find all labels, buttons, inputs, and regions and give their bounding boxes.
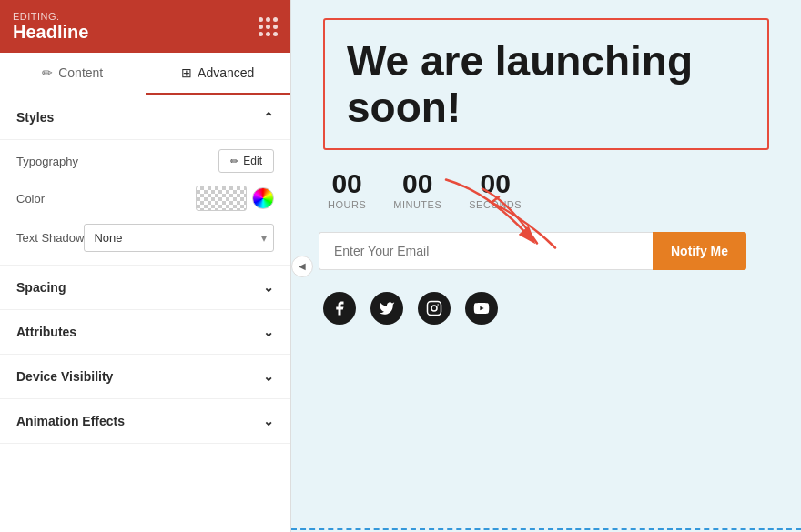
text-shadow-row: Text Shadow None bbox=[16, 224, 274, 252]
typography-label: Typography bbox=[16, 155, 78, 168]
shadow-select-wrapper: None bbox=[84, 224, 274, 252]
left-panel: EDITING: Headline ✏ Content ⊞ Advanced S… bbox=[0, 0, 291, 532]
panel-collapse-button[interactable]: ◀ bbox=[291, 256, 313, 277]
spacing-section-header[interactable]: Spacing ⌄ bbox=[0, 266, 290, 309]
tab-advanced-label: Advanced bbox=[198, 65, 254, 80]
color-label: Color bbox=[16, 192, 45, 206]
attributes-section: Attributes ⌄ bbox=[0, 310, 290, 355]
typography-row: Typography ✏ Edit bbox=[16, 149, 274, 173]
chevron-down-icon-2: ⌄ bbox=[263, 325, 274, 339]
headline-text: We are launching soon! bbox=[347, 38, 745, 130]
editing-label: EDITING: bbox=[13, 11, 88, 22]
social-icons bbox=[323, 292, 498, 325]
svg-point-3 bbox=[437, 304, 439, 306]
notify-button[interactable]: Notify Me bbox=[653, 232, 746, 270]
spacing-section: Spacing ⌄ bbox=[0, 266, 290, 310]
notify-btn-label: Notify Me bbox=[671, 244, 728, 258]
pencil-small-icon: ✏ bbox=[230, 156, 238, 167]
device-visibility-label: Device Visibility bbox=[16, 369, 113, 384]
seconds-label: SECONDS bbox=[469, 199, 522, 210]
email-form: Notify Me bbox=[319, 232, 746, 270]
chevron-down-icon: ⌄ bbox=[263, 280, 274, 295]
twitter-icon[interactable] bbox=[370, 292, 403, 325]
chevron-down-icon-3: ⌄ bbox=[263, 369, 274, 384]
styles-section-header[interactable]: Styles ⌃ bbox=[0, 95, 290, 140]
edit-btn-label: Edit bbox=[243, 155, 262, 167]
attributes-label: Attributes bbox=[16, 325, 76, 339]
color-swatch[interactable] bbox=[196, 186, 247, 211]
tab-content[interactable]: ✏ Content bbox=[0, 53, 146, 95]
device-visibility-section-header[interactable]: Device Visibility ⌄ bbox=[0, 355, 290, 398]
text-shadow-label: Text Shadow bbox=[16, 231, 84, 245]
svg-rect-1 bbox=[428, 302, 441, 316]
color-swatch-container bbox=[196, 186, 274, 211]
chevron-down-icon-4: ⌄ bbox=[263, 414, 274, 428]
facebook-icon[interactable] bbox=[323, 292, 356, 325]
countdown: 00 HOURS 00 MINUTES 00 SECONDS bbox=[328, 168, 522, 210]
attributes-section-header[interactable]: Attributes ⌄ bbox=[0, 310, 290, 354]
grid-icon: ⊞ bbox=[181, 65, 192, 80]
countdown-seconds: 00 SECONDS bbox=[469, 168, 522, 210]
tab-content-label: Content bbox=[58, 65, 103, 80]
chevron-up-icon: ⌃ bbox=[263, 110, 274, 125]
animation-effects-section: Animation Effects ⌄ bbox=[0, 399, 290, 444]
svg-point-2 bbox=[431, 306, 437, 311]
right-panel: ◀ We are launching soon! 00 HOURS 00 MIN… bbox=[291, 0, 801, 532]
animation-effects-label: Animation Effects bbox=[16, 414, 125, 428]
color-row: Color bbox=[16, 186, 274, 211]
youtube-icon[interactable] bbox=[465, 292, 498, 325]
bottom-dashed-line bbox=[291, 528, 801, 532]
countdown-hours: 00 HOURS bbox=[328, 168, 366, 210]
hours-value: 00 bbox=[331, 168, 361, 199]
styles-label: Styles bbox=[16, 110, 54, 125]
panel-content: Styles ⌃ Typography ✏ Edit Color bbox=[0, 95, 290, 532]
typography-edit-button[interactable]: ✏ Edit bbox=[218, 149, 274, 173]
drag-handle-icon[interactable] bbox=[259, 17, 278, 36]
minutes-value: 00 bbox=[402, 168, 432, 199]
styles-content: Typography ✏ Edit Color Text S bbox=[0, 140, 290, 266]
minutes-label: MINUTES bbox=[393, 199, 441, 210]
panel-tabs: ✏ Content ⊞ Advanced bbox=[0, 53, 290, 95]
pencil-icon: ✏ bbox=[42, 65, 53, 80]
color-picker-icon[interactable] bbox=[252, 187, 274, 209]
shadow-select[interactable]: None bbox=[84, 224, 274, 252]
panel-header: EDITING: Headline bbox=[0, 0, 290, 53]
device-visibility-section: Device Visibility ⌄ bbox=[0, 355, 290, 399]
countdown-minutes: 00 MINUTES bbox=[393, 168, 441, 210]
animation-effects-section-header[interactable]: Animation Effects ⌄ bbox=[0, 399, 290, 443]
hours-label: HOURS bbox=[328, 199, 366, 210]
tab-advanced[interactable]: ⊞ Advanced bbox=[146, 53, 291, 95]
styles-section: Styles ⌃ Typography ✏ Edit Color bbox=[0, 95, 290, 266]
headline-title: Headline bbox=[13, 22, 88, 43]
spacing-label: Spacing bbox=[16, 280, 66, 295]
seconds-value: 00 bbox=[481, 168, 511, 199]
instagram-icon[interactable] bbox=[418, 292, 451, 325]
headline-box: We are launching soon! bbox=[323, 18, 769, 150]
email-input[interactable] bbox=[319, 232, 653, 270]
panel-header-left: EDITING: Headline bbox=[13, 11, 88, 43]
